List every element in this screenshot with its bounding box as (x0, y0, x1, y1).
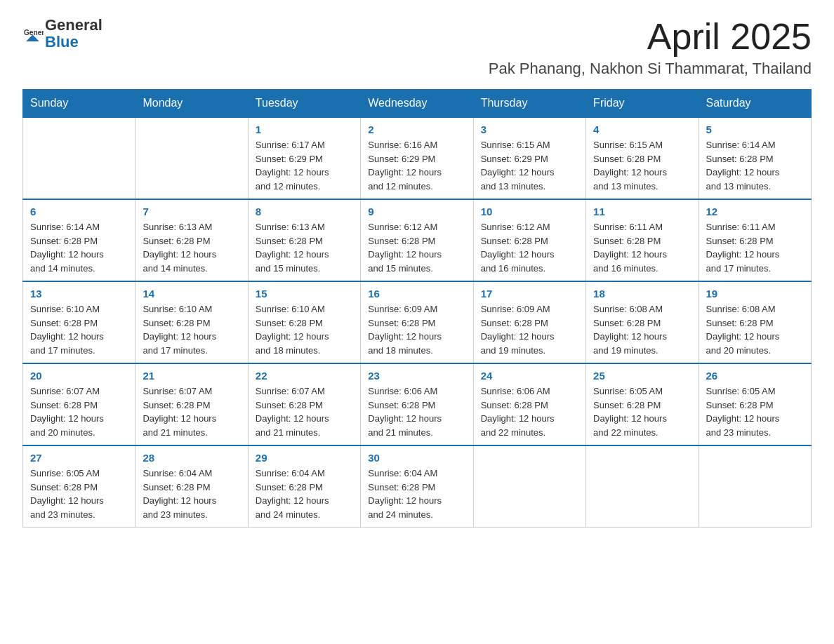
weekday-header-wednesday: Wednesday (361, 90, 473, 118)
day-info: Sunrise: 6:05 AM Sunset: 6:28 PM Dayligh… (30, 467, 128, 521)
day-number: 25 (593, 370, 691, 382)
day-info: Sunrise: 6:04 AM Sunset: 6:28 PM Dayligh… (368, 467, 465, 521)
day-number: 18 (593, 288, 691, 300)
calendar-cell: 19Sunrise: 6:08 AM Sunset: 6:28 PM Dayli… (699, 281, 811, 363)
weekday-header-tuesday: Tuesday (248, 90, 360, 118)
week-row-4: 20Sunrise: 6:07 AM Sunset: 6:28 PM Dayli… (23, 363, 812, 445)
day-info: Sunrise: 6:07 AM Sunset: 6:28 PM Dayligh… (143, 384, 240, 439)
day-number: 5 (706, 123, 804, 135)
day-info: Sunrise: 6:15 AM Sunset: 6:29 PM Dayligh… (481, 138, 578, 193)
calendar-cell (23, 117, 135, 199)
day-number: 2 (368, 123, 465, 135)
day-number: 22 (256, 370, 353, 382)
day-number: 10 (481, 206, 578, 217)
day-number: 3 (481, 123, 578, 135)
day-info: Sunrise: 6:17 AM Sunset: 6:29 PM Dayligh… (256, 138, 353, 193)
day-info: Sunrise: 6:12 AM Sunset: 6:28 PM Dayligh… (481, 220, 578, 275)
day-number: 12 (706, 206, 804, 217)
day-number: 19 (706, 288, 804, 300)
week-row-5: 27Sunrise: 6:05 AM Sunset: 6:28 PM Dayli… (23, 445, 812, 528)
calendar-cell: 28Sunrise: 6:04 AM Sunset: 6:28 PM Dayli… (135, 445, 248, 528)
day-info: Sunrise: 6:06 AM Sunset: 6:28 PM Dayligh… (368, 384, 465, 439)
calendar-cell: 7Sunrise: 6:13 AM Sunset: 6:28 PM Daylig… (135, 199, 248, 281)
day-number: 27 (30, 452, 128, 464)
day-number: 16 (368, 288, 465, 300)
calendar-cell: 18Sunrise: 6:08 AM Sunset: 6:28 PM Dayli… (586, 281, 699, 363)
calendar-cell: 9Sunrise: 6:12 AM Sunset: 6:28 PM Daylig… (361, 199, 473, 281)
calendar-cell: 14Sunrise: 6:10 AM Sunset: 6:28 PM Dayli… (135, 281, 248, 363)
calendar-cell: 24Sunrise: 6:06 AM Sunset: 6:28 PM Dayli… (473, 363, 585, 445)
calendar-cell (135, 117, 248, 199)
day-info: Sunrise: 6:07 AM Sunset: 6:28 PM Dayligh… (30, 384, 128, 439)
week-row-2: 6Sunrise: 6:14 AM Sunset: 6:28 PM Daylig… (23, 199, 812, 281)
weekday-header-monday: Monday (135, 90, 248, 118)
calendar-cell: 30Sunrise: 6:04 AM Sunset: 6:28 PM Dayli… (361, 445, 473, 528)
calendar-cell: 25Sunrise: 6:05 AM Sunset: 6:28 PM Dayli… (586, 363, 699, 445)
day-number: 24 (481, 370, 578, 382)
week-row-1: 1Sunrise: 6:17 AM Sunset: 6:29 PM Daylig… (23, 117, 812, 199)
day-number: 21 (143, 370, 240, 382)
day-number: 28 (143, 452, 240, 464)
calendar-cell: 29Sunrise: 6:04 AM Sunset: 6:28 PM Dayli… (248, 445, 360, 528)
day-info: Sunrise: 6:08 AM Sunset: 6:28 PM Dayligh… (706, 302, 804, 357)
day-number: 7 (143, 206, 240, 217)
calendar-cell: 10Sunrise: 6:12 AM Sunset: 6:28 PM Dayli… (473, 199, 585, 281)
calendar-cell: 22Sunrise: 6:07 AM Sunset: 6:28 PM Dayli… (248, 363, 360, 445)
day-number: 6 (30, 206, 128, 217)
day-info: Sunrise: 6:14 AM Sunset: 6:28 PM Dayligh… (706, 138, 804, 193)
day-info: Sunrise: 6:04 AM Sunset: 6:28 PM Dayligh… (256, 467, 353, 521)
calendar-cell: 23Sunrise: 6:06 AM Sunset: 6:28 PM Dayli… (361, 363, 473, 445)
page-header: General General Blue April 2025 Pak Phan… (22, 17, 812, 78)
day-info: Sunrise: 6:08 AM Sunset: 6:28 PM Dayligh… (593, 302, 691, 357)
day-info: Sunrise: 6:10 AM Sunset: 6:28 PM Dayligh… (30, 302, 128, 357)
weekday-header-thursday: Thursday (473, 90, 585, 118)
calendar-cell: 26Sunrise: 6:05 AM Sunset: 6:28 PM Dayli… (699, 363, 811, 445)
day-info: Sunrise: 6:09 AM Sunset: 6:28 PM Dayligh… (481, 302, 578, 357)
day-number: 20 (30, 370, 128, 382)
calendar-cell: 27Sunrise: 6:05 AM Sunset: 6:28 PM Dayli… (23, 445, 135, 528)
day-number: 26 (706, 370, 804, 382)
day-info: Sunrise: 6:04 AM Sunset: 6:28 PM Dayligh… (143, 467, 240, 521)
day-info: Sunrise: 6:10 AM Sunset: 6:28 PM Dayligh… (256, 302, 353, 357)
month-title: April 2025 (489, 17, 812, 57)
day-number: 17 (481, 288, 578, 300)
calendar-cell: 11Sunrise: 6:11 AM Sunset: 6:28 PM Dayli… (586, 199, 699, 281)
day-number: 1 (256, 123, 353, 135)
calendar-cell: 8Sunrise: 6:13 AM Sunset: 6:28 PM Daylig… (248, 199, 360, 281)
day-info: Sunrise: 6:16 AM Sunset: 6:29 PM Dayligh… (368, 138, 465, 193)
calendar-cell: 5Sunrise: 6:14 AM Sunset: 6:28 PM Daylig… (699, 117, 811, 199)
calendar-cell: 4Sunrise: 6:15 AM Sunset: 6:28 PM Daylig… (586, 117, 699, 199)
calendar-cell: 17Sunrise: 6:09 AM Sunset: 6:28 PM Dayli… (473, 281, 585, 363)
calendar-cell: 1Sunrise: 6:17 AM Sunset: 6:29 PM Daylig… (248, 117, 360, 199)
title-section: April 2025 Pak Phanang, Nakhon Si Thamma… (489, 17, 812, 78)
day-info: Sunrise: 6:06 AM Sunset: 6:28 PM Dayligh… (481, 384, 578, 439)
calendar-cell: 15Sunrise: 6:10 AM Sunset: 6:28 PM Dayli… (248, 281, 360, 363)
day-info: Sunrise: 6:15 AM Sunset: 6:28 PM Dayligh… (593, 138, 691, 193)
location-title: Pak Phanang, Nakhon Si Thammarat, Thaila… (489, 60, 812, 78)
day-info: Sunrise: 6:05 AM Sunset: 6:28 PM Dayligh… (593, 384, 691, 439)
day-info: Sunrise: 6:11 AM Sunset: 6:28 PM Dayligh… (593, 220, 691, 275)
calendar-cell: 20Sunrise: 6:07 AM Sunset: 6:28 PM Dayli… (23, 363, 135, 445)
weekday-header-sunday: Sunday (23, 90, 135, 118)
day-number: 23 (368, 370, 465, 382)
day-info: Sunrise: 6:10 AM Sunset: 6:28 PM Dayligh… (143, 302, 240, 357)
logo-blue-text: Blue (45, 34, 102, 51)
day-info: Sunrise: 6:07 AM Sunset: 6:28 PM Dayligh… (256, 384, 353, 439)
calendar-cell: 16Sunrise: 6:09 AM Sunset: 6:28 PM Dayli… (361, 281, 473, 363)
calendar-table: SundayMondayTuesdayWednesdayThursdayFrid… (22, 89, 812, 528)
day-number: 4 (593, 123, 691, 135)
day-info: Sunrise: 6:11 AM Sunset: 6:28 PM Dayligh… (706, 220, 804, 275)
calendar-cell: 2Sunrise: 6:16 AM Sunset: 6:29 PM Daylig… (361, 117, 473, 199)
calendar-cell (473, 445, 585, 528)
calendar-cell: 13Sunrise: 6:10 AM Sunset: 6:28 PM Dayli… (23, 281, 135, 363)
week-row-3: 13Sunrise: 6:10 AM Sunset: 6:28 PM Dayli… (23, 281, 812, 363)
day-info: Sunrise: 6:13 AM Sunset: 6:28 PM Dayligh… (256, 220, 353, 275)
day-number: 8 (256, 206, 353, 217)
weekday-header-saturday: Saturday (699, 90, 811, 118)
day-number: 11 (593, 206, 691, 217)
day-info: Sunrise: 6:12 AM Sunset: 6:28 PM Dayligh… (368, 220, 465, 275)
day-number: 9 (368, 206, 465, 217)
day-number: 15 (256, 288, 353, 300)
calendar-cell: 12Sunrise: 6:11 AM Sunset: 6:28 PM Dayli… (699, 199, 811, 281)
calendar-cell: 21Sunrise: 6:07 AM Sunset: 6:28 PM Dayli… (135, 363, 248, 445)
